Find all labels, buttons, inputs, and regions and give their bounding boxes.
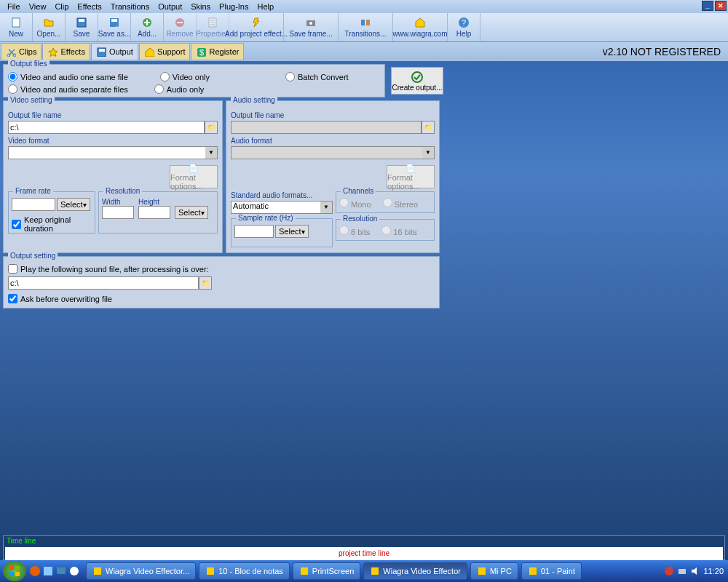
svg-rect-27	[44, 567, 52, 575]
keep-duration-label: Keep original duration	[24, 215, 92, 233]
video-format-label: Video format	[8, 137, 218, 145]
taskbar-app-button[interactable]: Wiagra Video Effector	[363, 562, 467, 580]
play-sound-checkbox[interactable]	[8, 264, 17, 274]
video-format-combo[interactable]: ▼	[8, 146, 218, 159]
tab-label: Output	[109, 47, 133, 56]
tab-support[interactable]: Support	[139, 43, 191, 60]
toolbar-label: Save as...	[98, 30, 130, 38]
tab-output[interactable]: Output	[91, 43, 138, 60]
toolbar-save-button[interactable]: Save	[66, 13, 98, 41]
radio-batch[interactable]: Batch Convert	[285, 72, 349, 81]
menu-file[interactable]: File	[3, 1, 25, 12]
media-icon[interactable]	[68, 565, 80, 577]
toolbar-new-button[interactable]: New	[0, 13, 33, 41]
browse-video-file-button[interactable]: 📁	[205, 121, 218, 134]
keep-duration-checkbox[interactable]	[12, 220, 21, 229]
menu-plugins[interactable]: Plug-Ins	[215, 1, 253, 12]
samplerate-select-button[interactable]: Select ▾	[275, 225, 309, 238]
sub-title: Sample rate (Hz)	[236, 214, 296, 222]
resolution-select-button[interactable]: Select ▾	[175, 206, 208, 219]
framerate-input[interactable]	[12, 198, 55, 211]
shield-icon[interactable]	[664, 566, 674, 576]
network-icon[interactable]	[677, 566, 687, 576]
toolbar-help-button[interactable]: ?Help	[448, 13, 480, 41]
tab-label: Register	[209, 47, 239, 56]
taskbar-app-button[interactable]: 01 - Paint	[521, 562, 582, 580]
svg-rect-0	[12, 18, 20, 27]
toolbar-label: www.wiagra.com	[392, 30, 447, 38]
panel-title: Output files	[8, 60, 50, 68]
svg-point-29	[70, 567, 79, 575]
menu-view[interactable]: View	[25, 1, 51, 12]
toolbar-open--button[interactable]: Open...	[33, 13, 66, 41]
menu-help[interactable]: Help	[253, 1, 278, 12]
chevron-down-icon[interactable]: ▼	[320, 202, 332, 213]
taskbar-app-button[interactable]: PrintScreen	[293, 562, 360, 580]
sound-file-input[interactable]	[8, 276, 199, 290]
height-input[interactable]	[138, 206, 170, 219]
toolbar-www-wiagra-com-button[interactable]: www.wiagra.com	[393, 13, 448, 41]
toolbar-save-as--button[interactable]: ..Save as...	[98, 13, 131, 41]
audio-format-combo[interactable]: ▼	[231, 146, 435, 159]
menu-skins[interactable]: Skins	[186, 1, 215, 12]
ask-overwrite-checkbox[interactable]	[8, 294, 17, 303]
tabbar: ClipsEffectsOutputSupport$Register v2.10…	[0, 42, 728, 61]
taskbar-app-button[interactable]: Wiagra Video Effector...	[86, 562, 196, 580]
tab-clips[interactable]: Clips	[1, 43, 41, 60]
start-button[interactable]	[3, 561, 26, 581]
toolbar-add-project-effect--button[interactable]: Add project effect...	[229, 13, 284, 41]
task-label: Wiagra Video Effector	[383, 567, 461, 575]
browse-sound-button[interactable]: 📁	[199, 276, 212, 290]
radio-video-only[interactable]: Video only	[160, 72, 210, 81]
audio-format-label: Audio format	[231, 137, 435, 145]
radio-separate-files[interactable]: Video and audio separate files	[8, 84, 128, 94]
chevron-down-icon[interactable]: ▼	[422, 147, 434, 159]
svg-rect-33	[371, 567, 379, 575]
radio-audio-only[interactable]: Audio only	[154, 84, 204, 94]
sub-title: Channels	[341, 187, 376, 195]
minimize-button[interactable]: _	[702, 1, 713, 11]
toolbar-save-frame--button[interactable]: Save frame...	[284, 13, 339, 41]
video-file-input[interactable]	[8, 121, 205, 134]
svg-rect-11	[361, 20, 365, 25]
task-label: PrintScreen	[312, 567, 354, 575]
taskbar-app-button[interactable]: Mi PC	[470, 562, 518, 580]
home-icon	[414, 17, 426, 28]
svg-rect-12	[366, 20, 370, 25]
taskbar-app-button[interactable]: 10 - Bloc de notas	[199, 562, 290, 580]
menu-effects[interactable]: Effects	[73, 1, 106, 12]
menu-transitions[interactable]: Transitions	[106, 1, 154, 12]
timeline-bar[interactable]: project time line	[5, 547, 723, 562]
svg-rect-23	[15, 566, 20, 570]
radio-mono: Mono	[339, 198, 371, 209]
chevron-down-icon[interactable]: ▼	[205, 147, 217, 159]
desktop-icon[interactable]	[55, 565, 67, 577]
toolbar-transitions--button[interactable]: Transitions...	[339, 13, 393, 41]
toolbar-add--button[interactable]: Add...	[131, 13, 164, 41]
svg-rect-25	[15, 572, 20, 576]
timeline-title: Time line	[4, 536, 724, 546]
menu-clip[interactable]: Clip	[50, 1, 73, 12]
radio-stereo: Stereo	[383, 198, 418, 209]
version-label: v2.10 NOT REGISTERED	[603, 46, 721, 57]
svg-rect-18	[99, 49, 105, 52]
system-tray: 11:20	[660, 566, 728, 576]
width-input[interactable]	[102, 206, 134, 219]
firefox-icon[interactable]	[29, 565, 41, 577]
create-output-button[interactable]: Create output...	[391, 67, 443, 95]
volume-icon[interactable]	[690, 566, 700, 576]
clock[interactable]: 11:20	[703, 567, 724, 575]
video-format-options-button[interactable]: 📄Format options...	[170, 165, 218, 188]
tab-register[interactable]: $Register	[191, 43, 244, 60]
close-button[interactable]: ✕	[715, 1, 727, 11]
radio-same-file[interactable]: Video and audio one same file	[8, 72, 128, 81]
timeline-text: project time line	[339, 549, 389, 557]
samplerate-input[interactable]	[234, 225, 274, 238]
app-icon[interactable]	[42, 565, 54, 577]
panel-title: Audio setting	[231, 96, 277, 104]
std-formats-combo[interactable]: Automatic▼	[231, 201, 333, 214]
tab-effects[interactable]: Effects	[42, 43, 90, 60]
framerate-select-button[interactable]: Select ▾	[57, 198, 90, 211]
menu-output[interactable]: Output	[154, 1, 186, 12]
folder-open-icon	[43, 17, 55, 28]
